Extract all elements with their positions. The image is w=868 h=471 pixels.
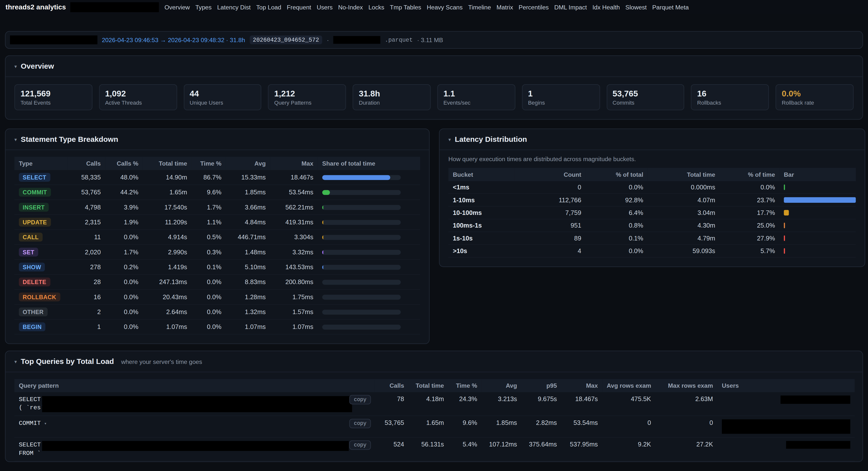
run-id-chip: 20260423_094652_572 — [249, 35, 322, 45]
share-bar-cell — [318, 230, 420, 244]
nav-item-no-index[interactable]: No-Index — [338, 4, 363, 11]
nav-item-percentiles[interactable]: Percentiles — [519, 4, 549, 11]
share-bar-cell — [318, 290, 420, 304]
nav-item-overview[interactable]: Overview — [164, 4, 190, 11]
calls-pct-cell: 0.0% — [105, 319, 143, 334]
navbar: threads2 analytics OverviewTypesLatency … — [0, 0, 868, 14]
top-queries-table-header: Query patternCallsTotal timeTime %Avgp95… — [14, 379, 855, 392]
nav-item-dml-impact[interactable]: DML Impact — [554, 4, 587, 11]
share-bar-cell — [318, 245, 420, 260]
nav-item-heavy-scans[interactable]: Heavy Scans — [427, 4, 463, 11]
collapse-caret-icon[interactable]: ▾ — [448, 137, 451, 142]
redacted-block — [786, 441, 850, 449]
stat-card: 0.0%Rollback rate — [776, 84, 854, 110]
statement-type-cell: ROLLBACK — [14, 290, 68, 304]
app-title: threads2 analytics — [5, 3, 66, 11]
latency-row: 1s-10s890.1%4.79m27.9% — [448, 232, 856, 244]
total-time-cell: 4.18m — [408, 392, 448, 416]
time-pct-cell: 1.1% — [191, 215, 226, 230]
calls-cell: 16 — [68, 290, 105, 304]
collapse-caret-icon[interactable]: ▾ — [14, 137, 17, 142]
share-bar-cell — [318, 215, 420, 230]
collapse-caret-icon[interactable]: ▾ — [14, 359, 17, 364]
section-title-latency-distribution: Latency Distribution — [455, 135, 527, 144]
stat-label: Total Events — [21, 100, 86, 106]
statement-row: SELECT58,33548.0%14.90m86.7%15.33ms18.46… — [14, 170, 420, 185]
column-header: Total time — [408, 379, 448, 392]
statement-type-cell: BEGIN — [14, 319, 68, 334]
column-header: Calls % — [105, 157, 143, 170]
query-pattern-cell: COMMIT▾copy — [14, 416, 374, 437]
statement-row: DELETE280.0%247.13ms0.0%8.83ms200.80ms — [14, 274, 420, 289]
nav-item-locks[interactable]: Locks — [368, 4, 384, 11]
bucket-cell: 10-100ms — [448, 206, 515, 219]
stat-label: Rollbacks — [697, 100, 763, 106]
max-cell: 537.95ms — [561, 437, 602, 461]
nav-item-parquet-meta[interactable]: Parquet Meta — [652, 4, 689, 11]
pct-of-time-cell: 27.9% — [720, 232, 779, 244]
calls-pct-cell: 44.2% — [105, 185, 143, 200]
copy-button[interactable]: copy — [349, 419, 371, 428]
calls-pct-cell: 0.0% — [105, 274, 143, 289]
statement-breakdown-header: ▾ Statement Type Breakdown — [5, 129, 429, 150]
bucket-cell: 100ms-1s — [448, 219, 515, 232]
max-rows-exam-cell: 2.63M — [655, 392, 717, 416]
nav-item-types[interactable]: Types — [195, 4, 212, 11]
statement-type-badge: ROLLBACK — [19, 293, 60, 301]
avg-rows-exam-cell: 0 — [602, 416, 655, 437]
bucket-cell: <1ms — [448, 181, 515, 194]
time-pct-cell: 0.0% — [191, 319, 226, 334]
statement-type-badge: COMMIT — [19, 188, 51, 197]
latency-row: 1-10ms112,76692.8%4.07m23.7% — [448, 194, 856, 206]
pct-of-time-cell: 0.0% — [720, 181, 779, 194]
nav-items: OverviewTypesLatency DistTop LoadFrequen… — [164, 4, 689, 11]
nav-item-matrix[interactable]: Matrix — [496, 4, 513, 11]
statement-row: BEGIN10.0%1.07ms0.0%1.07ms1.07ms — [14, 319, 420, 334]
pct-of-total-cell: 0.0% — [586, 181, 648, 194]
copy-button[interactable]: copy — [349, 395, 371, 404]
calls-pct-cell: 0.2% — [105, 260, 143, 274]
collapse-caret-icon[interactable]: ▾ — [14, 63, 17, 69]
nav-item-top-load[interactable]: Top Load — [256, 4, 281, 11]
redacted-block — [722, 419, 850, 434]
calls-cell: 278 — [68, 260, 105, 274]
stat-card: 1,092Active Threads — [99, 84, 177, 110]
redacted-block — [780, 395, 850, 404]
stat-card: 31.8hDuration — [353, 84, 431, 110]
copy-button[interactable]: copy — [349, 441, 371, 450]
nav-item-users[interactable]: Users — [317, 4, 333, 11]
latency-bar — [784, 248, 785, 254]
column-header: Users — [717, 379, 855, 392]
query-row: SELECT( `res`copy784.18m24.3%3.213s9.675… — [14, 392, 855, 416]
total-time-cell: 247.13ms — [143, 274, 192, 289]
calls-cell: 2 — [68, 304, 105, 319]
max-cell: 1.75ms — [270, 290, 318, 304]
column-header: Total time — [648, 168, 720, 181]
total-time-cell: 0.000ms — [648, 181, 720, 194]
share-bar-cell — [318, 319, 420, 334]
avg-cell: 1.32ms — [226, 304, 270, 319]
calls-cell: 28 — [68, 274, 105, 289]
users-cell — [717, 416, 855, 437]
date-range-link[interactable]: 2026-04-23 09:46:53 → 2026-04-23 09:48:3… — [102, 36, 245, 43]
time-pct-cell: 9.6% — [191, 185, 226, 200]
column-header: Max — [561, 379, 602, 392]
nav-item-timeline[interactable]: Timeline — [468, 4, 491, 11]
nav-item-tmp-tables[interactable]: Tmp Tables — [390, 4, 422, 11]
nav-item-frequent[interactable]: Frequent — [287, 4, 311, 11]
nav-item-slowest[interactable]: Slowest — [625, 4, 647, 11]
file-suffix: .parquet — [385, 36, 413, 43]
avg-cell: 4.84ms — [226, 215, 270, 230]
pct-of-total-cell: 0.1% — [586, 232, 648, 244]
avg-cell: 1.85ms — [226, 185, 270, 200]
column-header: Avg rows exam — [602, 379, 655, 392]
nav-item-idx-health[interactable]: Idx Health — [592, 4, 620, 11]
nav-item-latency-dist[interactable]: Latency Dist — [217, 4, 251, 11]
redacted-block — [10, 35, 97, 45]
statement-row: UPDATE2,3151.9%11.209s1.1%4.84ms419.31ms — [14, 215, 420, 230]
latency-bar — [784, 197, 856, 203]
statement-type-cell: CALL — [14, 230, 68, 244]
expand-caret-icon[interactable]: ▾ — [44, 421, 47, 426]
header-row: BucketCount% of totalTotal time% of time… — [448, 168, 856, 181]
column-header: Total time — [143, 157, 192, 170]
